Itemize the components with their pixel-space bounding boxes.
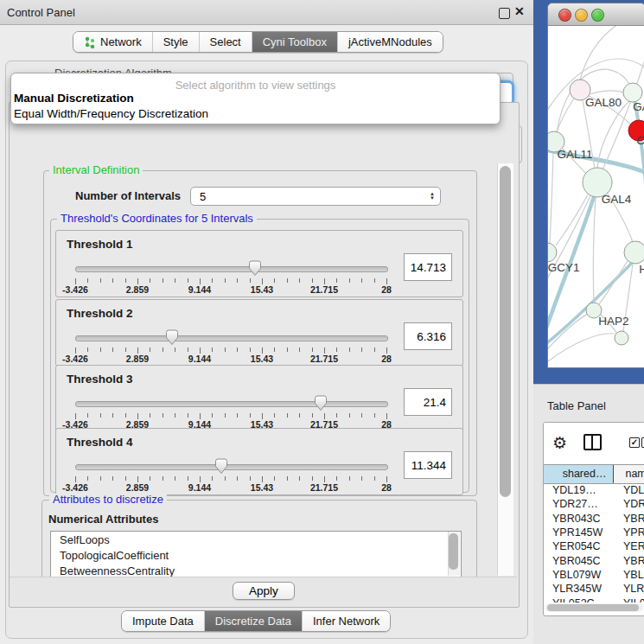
tab-label: Discretize Data (215, 615, 291, 628)
cell-name[interactable]: YLR3 (615, 583, 644, 595)
num-intervals-combobox[interactable]: 5 ▲▼ (190, 187, 441, 206)
table-header-row: shared… name (544, 464, 644, 484)
network-edge[interactable] (556, 194, 588, 245)
cell-name[interactable]: YIL0 (615, 597, 644, 603)
cell-name[interactable]: YDR2 (615, 498, 644, 510)
slider-thumb-icon[interactable] (248, 260, 262, 277)
close-traffic-light[interactable] (558, 9, 571, 22)
attribute-list-item[interactable]: SelfLoops (51, 532, 461, 547)
slider-track[interactable] (75, 464, 388, 470)
cell-name[interactable]: YPR1 (615, 526, 644, 539)
cell-name[interactable]: YER0 (615, 540, 644, 552)
table-row[interactable]: YBR043CYBR0 (544, 512, 644, 526)
tick-label: 9.144 (188, 482, 211, 493)
tab-jactivemnodules[interactable]: jActiveMNodules (338, 32, 443, 52)
tab-style[interactable]: Style (153, 32, 200, 52)
slider-track[interactable] (75, 335, 388, 341)
table-row[interactable]: YER054CYER0 (544, 539, 644, 553)
tick-mark (163, 348, 163, 352)
cell-shared-name[interactable]: YDR27… (544, 498, 615, 510)
table-toolbar: ⚙ ✓ ✓ (544, 423, 644, 464)
slider-thumb-icon[interactable] (165, 329, 179, 346)
network-node-unnamed[interactable] (615, 331, 628, 345)
cell-name[interactable]: YBR0 (615, 513, 644, 525)
network-edge[interactable] (593, 197, 596, 303)
table-hscrollbar-thumb[interactable] (547, 604, 639, 611)
tick-mark (175, 413, 175, 418)
cell-shared-name[interactable]: YLR345W (544, 583, 615, 595)
tick-mark (262, 348, 263, 354)
cell-shared-name[interactable]: YBR045C (544, 555, 615, 567)
tab-discretize-data[interactable]: Discretize Data (205, 611, 303, 631)
network-edge[interactable] (548, 313, 590, 356)
cell-name[interactable]: YBR0 (615, 555, 644, 567)
dropdown-option-equal-width[interactable]: Equal Width/Frequency Discretization (14, 107, 494, 120)
gear-icon[interactable]: ⚙ (552, 433, 567, 453)
main-scrollbar-thumb[interactable] (500, 166, 511, 497)
cell-shared-name[interactable]: YIL052C (544, 597, 615, 603)
tick-mark (200, 413, 201, 419)
cell-name[interactable]: YDL1 (615, 484, 644, 496)
threshold-value-field[interactable] (404, 253, 452, 281)
tab-cyni-toolbox[interactable]: Cyni Toolbox (252, 32, 338, 52)
slider-thumb-icon[interactable] (214, 458, 228, 475)
threshold-slider[interactable] (75, 260, 386, 277)
cell-shared-name[interactable]: YDL19… (544, 484, 615, 496)
cell-name[interactable]: YBL0 (615, 569, 644, 581)
table-row[interactable]: YDR27…YDR2 (544, 497, 644, 511)
slider-track[interactable] (75, 401, 388, 407)
num-intervals-label: Number of Intervals (75, 189, 181, 202)
tab-impute-data[interactable]: Impute Data (122, 611, 205, 631)
attribute-list-item[interactable]: TopologicalCoefficient (51, 547, 461, 563)
network-canvas[interactable]: GAL80GACGAL11GAL4GCY1HHAP2 (548, 26, 644, 367)
tab-infer-network[interactable]: Infer Network (303, 611, 390, 631)
cell-shared-name[interactable]: YPR145W (544, 526, 615, 539)
network-node-H[interactable] (624, 241, 644, 264)
table-row[interactable]: YDL19…YDL1 (544, 483, 644, 497)
threshold-value-field[interactable] (404, 451, 452, 479)
cell-shared-name[interactable]: YBL079W (544, 569, 615, 581)
network-edge[interactable] (590, 91, 626, 94)
minimize-traffic-light[interactable] (575, 9, 588, 22)
tab-label: Cyni Toolbox (263, 35, 327, 48)
threshold-slider[interactable] (75, 329, 386, 347)
table-row[interactable]: YIL052CYIL0 (544, 596, 644, 603)
tick-mark (112, 348, 113, 352)
network-edge-thick[interactable] (634, 100, 644, 226)
zoom-traffic-light[interactable] (591, 9, 604, 22)
threshold-slider[interactable] (75, 395, 386, 412)
network-node-GA[interactable] (623, 83, 642, 102)
columns-icon[interactable] (583, 434, 602, 450)
network-node-GCY1[interactable] (548, 243, 557, 262)
numerical-attributes-list[interactable]: SelfLoopsTopologicalCoefficientBetweenne… (50, 531, 462, 577)
network-edge[interactable] (557, 99, 574, 132)
column-header-shared-name[interactable]: shared… (544, 465, 614, 483)
tab-select[interactable]: Select (200, 32, 252, 52)
tab-network[interactable]: Network (73, 32, 153, 52)
network-edge[interactable] (599, 261, 628, 304)
slider-thumb-icon[interactable] (314, 395, 328, 411)
table-row[interactable]: YPR145WYPR1 (544, 526, 644, 539)
attributes-scrollbar-thumb[interactable] (449, 533, 458, 570)
slider-track[interactable] (75, 266, 388, 272)
algorithm-dropdown-popup: Select algorithm to view settings Manual… (10, 73, 501, 124)
network-edge[interactable] (550, 152, 553, 243)
tick-mark (299, 413, 300, 418)
threshold-value-field[interactable] (404, 322, 452, 350)
attribute-list-item[interactable]: BetweennessCentrality (51, 563, 461, 577)
table-row[interactable]: YBL079WYBL0 (544, 568, 644, 582)
cell-shared-name[interactable]: YER054C (544, 540, 615, 552)
network-edge[interactable] (580, 26, 644, 80)
close-icon[interactable]: ✕ (514, 4, 525, 18)
dropdown-option-manual-discretization[interactable]: Manual Discretization (14, 92, 494, 105)
apply-button[interactable]: Apply (233, 582, 295, 600)
threshold-value-field[interactable] (404, 388, 452, 416)
table-row[interactable]: YLR345WYLR3 (544, 582, 644, 596)
network-window: GAL80GACGAL11GAL4GCY1HHAP2 (547, 3, 644, 368)
float-window-icon[interactable] (499, 8, 510, 19)
threshold-slider[interactable] (75, 458, 386, 475)
column-header-name[interactable]: name (614, 465, 644, 483)
checkbox-checked-icon[interactable]: ✓ (629, 437, 640, 448)
table-row[interactable]: YBR045CYBR0 (544, 553, 644, 567)
cell-shared-name[interactable]: YBR043C (544, 513, 615, 525)
